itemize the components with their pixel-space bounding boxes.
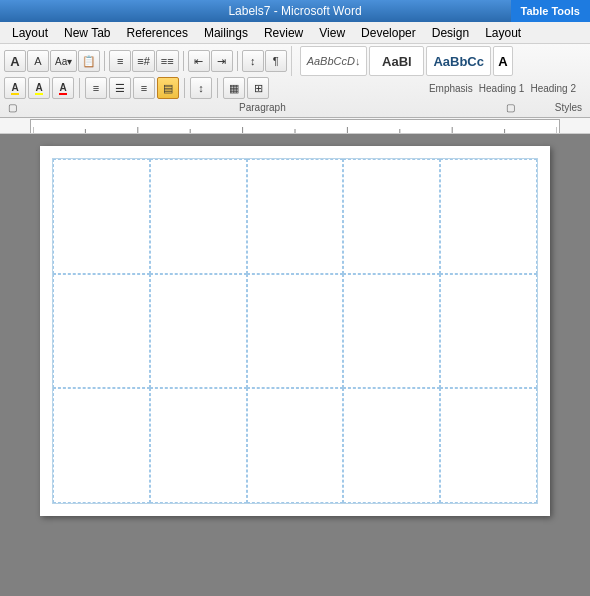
label-cell-15[interactable]: [440, 388, 537, 503]
menu-references[interactable]: References: [119, 22, 196, 43]
heading2-label: AaBbCc: [433, 54, 484, 69]
heading1-style-label: Heading 1: [479, 83, 525, 94]
bullet-list-btn[interactable]: ≡: [109, 50, 131, 72]
document-page: [40, 146, 550, 516]
font-color-icon: A: [59, 82, 66, 95]
font-color-btn[interactable]: A: [52, 77, 74, 99]
label-cell-1[interactable]: [53, 159, 150, 274]
style-heading2-btn[interactable]: AaBbCc: [426, 46, 491, 76]
heading1-label: AaBl: [382, 54, 412, 69]
clipboard-btn[interactable]: 📋: [78, 50, 100, 72]
style-emphasis-btn[interactable]: AaBbCcD↓: [300, 46, 368, 76]
menu-bar: Layout New Tab References Mailings Revie…: [0, 22, 590, 44]
document-area: [0, 134, 590, 596]
font-shrink-btn[interactable]: A: [27, 50, 49, 72]
ribbon-row2: A A A ≡ ☰ ≡ ▤ ↕ ▦ ⊞ Emphasis Heading 1: [4, 77, 586, 101]
ruler-marks: [33, 119, 557, 133]
label-grid: [52, 158, 538, 504]
menu-design[interactable]: Design: [424, 22, 477, 43]
label-cell-2[interactable]: [150, 159, 247, 274]
label-cell-5[interactable]: [440, 159, 537, 274]
menu-new-tab[interactable]: New Tab: [56, 22, 118, 43]
styles-section-label: Styles: [515, 102, 582, 113]
label-cell-8[interactable]: [247, 274, 344, 389]
style-heading1-btn[interactable]: AaBl: [369, 46, 424, 76]
label-cell-11[interactable]: [53, 388, 150, 503]
menu-view[interactable]: View: [311, 22, 353, 43]
ruler: [0, 118, 590, 134]
emphasis-label: AaBbCcD↓: [307, 55, 361, 67]
label-cell-3[interactable]: [247, 159, 344, 274]
table-tools-label: Table Tools: [511, 0, 591, 22]
border-btn[interactable]: ⊞: [247, 77, 269, 99]
label-cell-10[interactable]: [440, 274, 537, 389]
sort-btn[interactable]: ↕: [242, 50, 264, 72]
align-right-btn[interactable]: ≡: [133, 77, 155, 99]
ribbon-row1: A A Aa▾ 📋 ≡ ≡# ≡≡ ⇤ ⇥ ↕ ¶ AaBbCcD↓: [4, 46, 586, 76]
label-cell-6[interactable]: [53, 274, 150, 389]
emphasis-style-label: Emphasis: [429, 83, 473, 94]
shading-btn[interactable]: ▦: [223, 77, 245, 99]
menu-mailings[interactable]: Mailings: [196, 22, 256, 43]
align-justify-btn[interactable]: ▤: [157, 77, 179, 99]
heading2-style-label: Heading 2: [530, 83, 576, 94]
more-styles-label: A: [498, 54, 507, 69]
multi-list-btn[interactable]: ≡≡: [156, 50, 179, 72]
label-cell-9[interactable]: [343, 274, 440, 389]
window-title: Labels7 - Microsoft Word: [228, 4, 361, 18]
paragraph-section-label: Paragraph: [19, 102, 506, 113]
style-more-btn[interactable]: A: [493, 46, 513, 76]
ruler-inner: [30, 119, 560, 133]
highlight-icon: A: [11, 82, 18, 95]
menu-developer[interactable]: Developer: [353, 22, 424, 43]
ribbon: A A Aa▾ 📋 ≡ ≡# ≡≡ ⇤ ⇥ ↕ ¶ AaBbCcD↓: [0, 44, 590, 118]
ribbon-labels: ▢ Paragraph ▢ Styles: [4, 101, 586, 113]
menu-layout2[interactable]: Layout: [477, 22, 529, 43]
align-center-btn[interactable]: ☰: [109, 77, 131, 99]
highlight-btn[interactable]: A: [4, 77, 26, 99]
label-cell-4[interactable]: [343, 159, 440, 274]
label-cell-7[interactable]: [150, 274, 247, 389]
app-window: Labels7 - Microsoft Word Table Tools Lay…: [0, 0, 590, 596]
title-bar: Labels7 - Microsoft Word Table Tools: [0, 0, 590, 22]
font-grow-btn[interactable]: A: [4, 50, 26, 72]
label-cell-13[interactable]: [247, 388, 344, 503]
label-cell-14[interactable]: [343, 388, 440, 503]
text-color-btn[interactable]: A: [28, 77, 50, 99]
styles-section: AaBbCcD↓ AaBl AaBbCc A: [300, 46, 513, 76]
text-color-icon: A: [35, 82, 42, 95]
clear-format-btn[interactable]: Aa▾: [50, 50, 77, 72]
show-marks-btn[interactable]: ¶: [265, 50, 287, 72]
menu-layout[interactable]: Layout: [4, 22, 56, 43]
menu-review[interactable]: Review: [256, 22, 311, 43]
line-spacing-btn[interactable]: ↕: [190, 77, 212, 99]
decrease-indent-btn[interactable]: ⇤: [188, 50, 210, 72]
align-left-btn[interactable]: ≡: [85, 77, 107, 99]
label-cell-12[interactable]: [150, 388, 247, 503]
increase-indent-btn[interactable]: ⇥: [211, 50, 233, 72]
numbered-list-btn[interactable]: ≡#: [132, 50, 155, 72]
